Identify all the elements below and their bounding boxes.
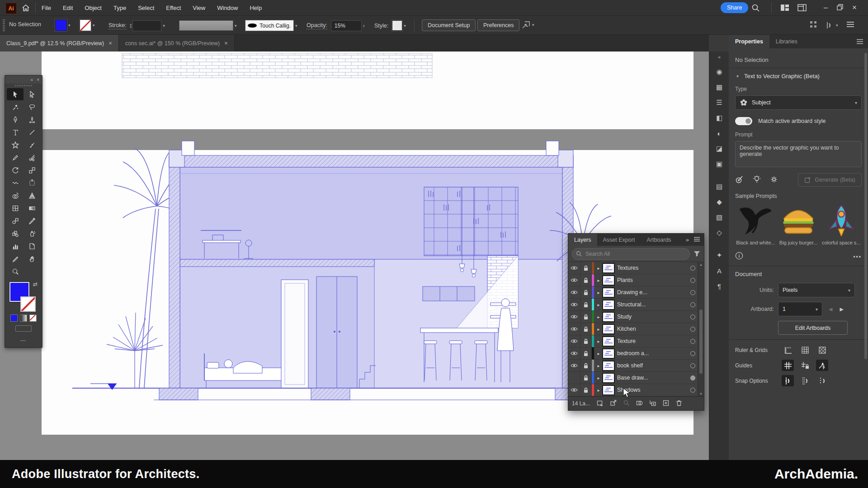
layer-thumbnail[interactable]: [603, 374, 614, 382]
gradient-panel-icon[interactable]: ◧: [709, 110, 729, 126]
layer-thumbnail[interactable]: [603, 361, 614, 370]
layer-target[interactable]: [687, 278, 698, 283]
tools-panel-grip[interactable]: [5, 84, 42, 87]
layer-target[interactable]: [687, 363, 698, 368]
layer-target[interactable]: [687, 302, 698, 307]
show-rulers-icon[interactable]: [782, 344, 794, 356]
layers-search-box[interactable]: [572, 248, 690, 260]
symbol-sprayer-tool[interactable]: [24, 227, 40, 239]
opacity-field[interactable]: 15%: [331, 20, 362, 31]
layer-name[interactable]: bedroom a...: [617, 350, 687, 357]
pattern-icon[interactable]: ▧: [709, 210, 729, 225]
scissors-tool[interactable]: [24, 151, 40, 164]
layer-thumbnail[interactable]: [603, 325, 614, 333]
layer-row-base-draw[interactable]: ▸Base draw...: [568, 372, 704, 384]
layer-target[interactable]: [687, 351, 698, 356]
sample-prompt-burger[interactable]: Big juicy burger...: [778, 204, 819, 245]
preferences-button[interactable]: Preferences: [477, 19, 519, 31]
appearance-icon[interactable]: ◪: [709, 141, 729, 156]
brush-preview[interactable]: Touch Callig...: [245, 20, 294, 31]
tab-asset-export[interactable]: Asset Export: [597, 234, 641, 246]
visibility-toggle[interactable]: [568, 265, 580, 271]
home-icon[interactable]: [21, 3, 31, 12]
lock-guides-icon[interactable]: [799, 360, 811, 371]
curvature-tool[interactable]: [24, 113, 40, 126]
artboards-panel-icon[interactable]: ▤: [709, 179, 729, 194]
color-panel-icon[interactable]: ◉: [709, 64, 729, 80]
scale-tool[interactable]: [24, 164, 40, 176]
opacity-expand-icon[interactable]: ›: [363, 23, 365, 29]
layer-name[interactable]: Study: [617, 314, 687, 320]
prev-artboard-icon[interactable]: ◀: [829, 306, 832, 312]
stroke-panel-icon[interactable]: ☰: [709, 95, 729, 110]
tools-panel-header[interactable]: « ×: [5, 75, 42, 84]
layer-row-plants[interactable]: ▸Plants: [568, 274, 704, 286]
expand-layer-icon[interactable]: ▸: [594, 363, 603, 368]
brush-control[interactable]: Touch Callig... ▾: [245, 20, 297, 31]
symbols-tool[interactable]: [7, 227, 24, 239]
layer-row-kitchen[interactable]: ▸Kitchen: [568, 323, 704, 335]
expand-layer-icon[interactable]: ▸: [594, 339, 603, 344]
layer-target[interactable]: [687, 388, 698, 393]
layers-search-input[interactable]: [585, 250, 686, 258]
expand-panel-icon[interactable]: »: [686, 237, 689, 243]
visibility-toggle[interactable]: [568, 338, 580, 344]
lock-toggle[interactable]: [580, 299, 592, 310]
visibility-toggle[interactable]: [568, 302, 580, 307]
menu-select[interactable]: Select: [138, 5, 154, 11]
menu-help[interactable]: Help: [250, 5, 262, 11]
artboard-select[interactable]: 1 ▾: [778, 302, 822, 316]
info-icon[interactable]: [735, 252, 743, 261]
type-tool[interactable]: [7, 126, 24, 138]
color-button[interactable]: [10, 314, 18, 322]
document-tab-1[interactable]: Class_9.pdf* @ 12.5 % (RGB/Preview) ×: [0, 35, 119, 52]
zoom-tool[interactable]: [7, 265, 24, 277]
make-mask-icon[interactable]: [636, 399, 643, 408]
width-profile-preview[interactable]: [179, 20, 233, 31]
layer-name[interactable]: Base draw...: [617, 375, 687, 381]
new-sublayer-icon[interactable]: [649, 399, 656, 408]
menu-file[interactable]: File: [42, 5, 51, 11]
layer-name[interactable]: Structural...: [617, 301, 687, 308]
collect-for-export-icon[interactable]: [597, 399, 604, 408]
lock-toggle[interactable]: [580, 347, 592, 359]
layer-target[interactable]: [687, 290, 698, 295]
expand-layer-icon[interactable]: ▸: [594, 290, 603, 295]
libraries-icon[interactable]: ◇: [709, 225, 729, 240]
swap-fill-stroke-icon[interactable]: ⇄: [33, 281, 38, 287]
visibility-toggle[interactable]: [568, 351, 580, 356]
close-icon[interactable]: ×: [37, 77, 39, 82]
layer-thumbnail[interactable]: [603, 300, 614, 309]
smart-guides-icon[interactable]: [816, 360, 828, 371]
lasso-tool[interactable]: [24, 101, 40, 113]
layer-name[interactable]: Shadows: [617, 387, 687, 393]
menu-edit[interactable]: Edit: [63, 5, 73, 11]
layer-name[interactable]: Texture: [617, 338, 687, 344]
tab-layers[interactable]: Layers: [568, 234, 597, 246]
graphic-styles-icon[interactable]: ▣: [709, 156, 729, 172]
tab-libraries[interactable]: Libraries: [769, 35, 804, 48]
scrollbar[interactable]: [864, 53, 867, 401]
magic-wand-tool[interactable]: [7, 101, 24, 113]
chevron-down-icon[interactable]: ▾: [736, 74, 739, 79]
suggestions-bulb-icon[interactable]: [753, 175, 761, 185]
layer-row-structural[interactable]: ▸Structural...: [568, 299, 704, 311]
rotate-tool[interactable]: [7, 164, 24, 176]
stroke-label[interactable]: Stroke:: [108, 22, 127, 29]
pen-tool[interactable]: [7, 113, 24, 126]
mesh-tool[interactable]: [7, 202, 24, 214]
stroke-swatch[interactable]: [20, 296, 36, 312]
pencil-tool[interactable]: [7, 151, 24, 164]
scroll-up-icon[interactable]: ▴: [700, 263, 702, 267]
more-options-icon[interactable]: •••: [853, 253, 862, 260]
match-artboard-style-toggle[interactable]: [735, 117, 752, 125]
scrollbar[interactable]: ▴▾: [698, 262, 704, 396]
width-profile-control[interactable]: ▾: [179, 20, 237, 31]
restore-button[interactable]: [837, 4, 843, 12]
collapse-icon[interactable]: «: [31, 77, 33, 82]
layer-thumbnail[interactable]: [603, 337, 614, 346]
gradient-tool[interactable]: [24, 202, 40, 214]
width-tool[interactable]: [7, 177, 24, 189]
navigator-icon[interactable]: ◆: [709, 194, 729, 210]
drawing-mode-button[interactable]: [15, 325, 32, 332]
